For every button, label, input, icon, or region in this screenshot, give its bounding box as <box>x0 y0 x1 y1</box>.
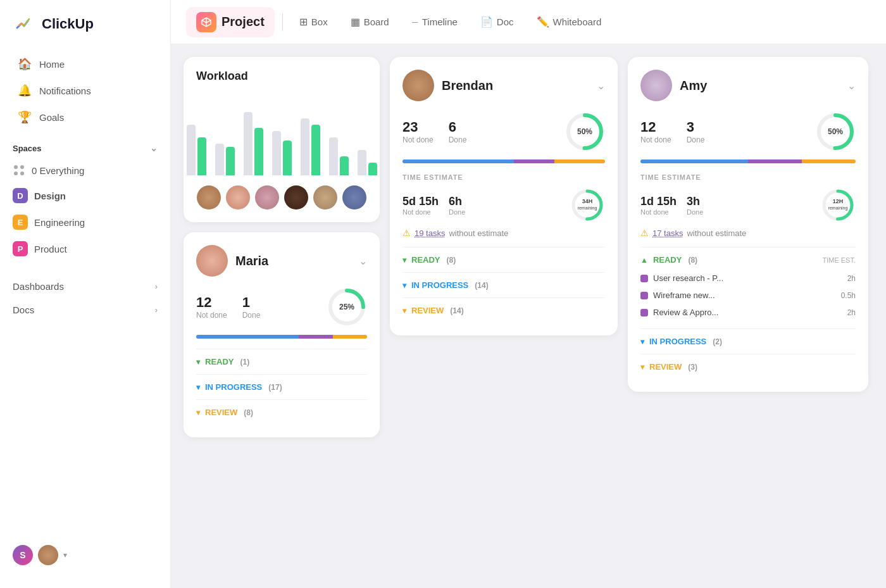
maria-header: Maria ⌄ <box>196 245 367 277</box>
sidebar-item-product[interactable]: P Product <box>0 235 170 262</box>
svg-point-3 <box>14 172 18 175</box>
sidebar-item-home[interactable]: 🏠 Home <box>5 51 165 77</box>
brendan-remaining-ring: 34H remaining <box>570 187 605 223</box>
maria-progress-bar <box>196 335 367 339</box>
project-tab-icon <box>196 12 216 32</box>
brendan-percent-label: 50% <box>577 127 592 136</box>
tab-board[interactable]: ▦ Board <box>342 11 398 33</box>
amy-review-label: REVIEW <box>649 362 682 372</box>
maria-not-done: 12 Not done <box>196 294 227 320</box>
avatar-1[interactable] <box>197 185 221 210</box>
brendan-time-not-done: 5d 15h Not done <box>402 195 439 216</box>
task-time-2: 0.5h <box>841 291 856 300</box>
avatar-2[interactable] <box>226 185 250 210</box>
sidebar-item-engineering[interactable]: E Engineering <box>0 209 170 235</box>
task-name-2: Wireframe new... <box>653 291 836 300</box>
brendan-chevron-icon[interactable]: ⌄ <box>597 80 605 92</box>
dashboards-chevron-icon: › <box>155 282 158 291</box>
amy-warning-link[interactable]: 17 tasks <box>652 228 683 238</box>
user-avatar-photo[interactable] <box>38 545 58 565</box>
amy-progress-chevron-icon: ▾ <box>640 337 644 346</box>
bar-group-3 <box>244 112 263 175</box>
sidebar-item-design[interactable]: D Design <box>0 182 170 209</box>
brendan-review-header[interactable]: ▾ REVIEW (14) <box>402 306 605 315</box>
sidebar-item-goals[interactable]: 🏆 Goals <box>5 104 165 130</box>
maria-ready-header[interactable]: ▾ READY (1) <box>196 357 367 366</box>
amy-bar-yellow <box>802 160 856 163</box>
maria-ready-label: READY <box>205 357 234 366</box>
sidebar-item-everything[interactable]: 0 Everything <box>0 158 170 182</box>
brendan-ready-chevron-icon: ▾ <box>402 256 406 265</box>
maria-status-ready: ▾ READY (1) <box>196 349 367 374</box>
brendan-remaining-label: 34H remaining <box>578 199 597 211</box>
maria-chevron-icon[interactable]: ⌄ <box>359 255 367 267</box>
amy-review-count: (3) <box>688 363 697 372</box>
brendan-warning-suffix: without estimate <box>449 228 508 238</box>
tab-timeline[interactable]: ⏤ Timeline <box>403 11 466 33</box>
amy-status-progress: ▾ IN PROGRESS (2) <box>640 328 856 354</box>
tab-box[interactable]: ⊞ Box <box>290 11 337 33</box>
task-time-3: 2h <box>847 308 856 317</box>
maria-avatar <box>196 245 228 277</box>
spaces-chevron-icon[interactable]: ⌄ <box>150 143 158 153</box>
avatar-3[interactable] <box>255 185 279 210</box>
amy-task-list: User research - P... 2h Wireframe new...… <box>640 270 856 321</box>
avatar-5[interactable] <box>313 185 337 210</box>
amy-progress-header[interactable]: ▾ IN PROGRESS (2) <box>640 337 856 346</box>
sidebar-item-dashboards[interactable]: Dashboards › <box>0 275 170 298</box>
task-dot-3 <box>640 309 648 316</box>
bar-green-2 <box>226 147 235 175</box>
task-row-1[interactable]: User research - P... 2h <box>640 270 856 287</box>
project-tab[interactable]: Project <box>186 7 275 37</box>
brendan-progress-ring: 50% <box>565 111 605 152</box>
maria-progress-header[interactable]: ▾ IN PROGRESS (17) <box>196 382 367 392</box>
amy-ready-header[interactable]: ▲ READY (8) TIME EST. <box>640 255 856 265</box>
bar-group-5 <box>301 118 320 175</box>
amy-review-header[interactable]: ▾ REVIEW (3) <box>640 362 856 372</box>
project-tab-label: Project <box>222 15 265 29</box>
user-avatar-s[interactable]: S <box>13 545 33 565</box>
brendan-bar-yellow <box>554 160 605 163</box>
brendan-progress-header[interactable]: ▾ IN PROGRESS (14) <box>402 280 605 290</box>
amy-progress-count: (2) <box>713 337 722 346</box>
amy-chevron-icon[interactable]: ⌄ <box>847 80 856 92</box>
tab-doc[interactable]: 📄 Doc <box>471 11 523 33</box>
bar-green-6 <box>340 156 349 175</box>
task-time-1: 2h <box>847 274 856 283</box>
amy-progress-bar <box>640 160 856 163</box>
task-row-3[interactable]: Review & Appro... 2h <box>640 304 856 321</box>
maria-ready-chevron-icon: ▾ <box>196 358 200 366</box>
amy-time-row: 1d 15h Not done 3h Done 12H remaining <box>640 187 856 223</box>
bar-group-4 <box>272 131 292 175</box>
brendan-time-estimate-label: TIME ESTIMATE <box>402 173 605 181</box>
task-dot-2 <box>640 292 648 299</box>
top-navigation: Project ⊞ Box ▦ Board ⏤ Timeline 📄 Doc ✏… <box>171 0 886 44</box>
sidebar-docs-label: Docs <box>13 304 34 315</box>
brendan-ready-header[interactable]: ▾ READY (8) <box>402 255 605 265</box>
clickup-logo-icon <box>13 13 35 35</box>
sidebar-item-notifications-label: Notifications <box>39 85 91 96</box>
doc-icon: 📄 <box>480 16 493 28</box>
sidebar-item-notifications[interactable]: 🔔 Notifications <box>5 77 165 104</box>
bar-green-1 <box>197 137 206 175</box>
tab-whiteboard[interactable]: ✏️ Whiteboard <box>528 11 611 33</box>
task-row-2[interactable]: Wireframe new... 0.5h <box>640 287 856 304</box>
maria-percent-label: 25% <box>339 303 354 311</box>
amy-bar-purple <box>748 160 802 163</box>
amy-progress-label: IN PROGRESS <box>649 337 706 346</box>
maria-card: Maria ⌄ 12 Not done 1 Done <box>184 232 380 437</box>
amy-time-est-col-label: TIME EST. <box>822 256 856 264</box>
avatar-4[interactable] <box>284 185 308 210</box>
bar-gray-3 <box>244 112 253 175</box>
brendan-warning-link[interactable]: 19 tasks <box>415 228 445 238</box>
box-icon: ⊞ <box>299 16 308 28</box>
bar-group-2 <box>215 144 235 175</box>
bar-green-5 <box>311 125 320 175</box>
user-chevron-icon[interactable]: ▾ <box>63 551 67 560</box>
avatar-6[interactable] <box>342 185 366 210</box>
maria-review-header[interactable]: ▾ REVIEW (8) <box>196 408 367 417</box>
svg-point-1 <box>14 165 18 169</box>
brendan-time-done: 6h Done <box>449 195 465 216</box>
sidebar-item-docs[interactable]: Docs › <box>0 298 170 322</box>
bar-gray-2 <box>215 144 224 175</box>
